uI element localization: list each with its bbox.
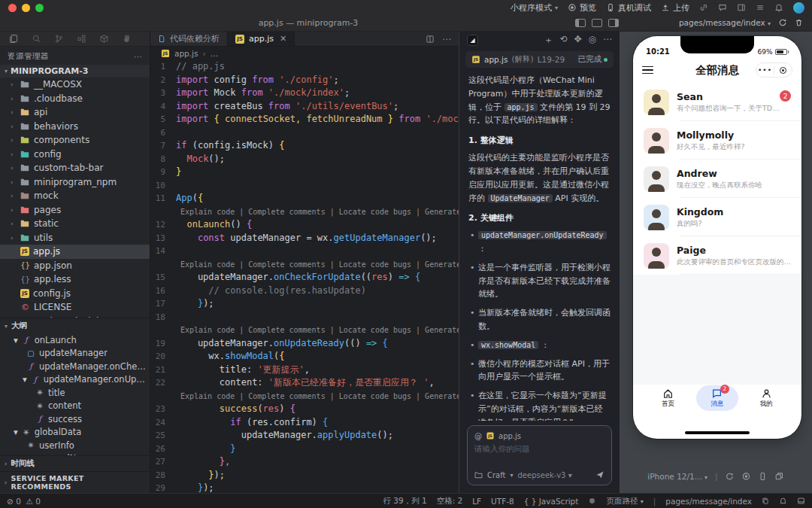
capsule-minimize-icon[interactable] <box>774 67 792 74</box>
codelens-actions[interactable]: Explain code | Complete comments | Locat… <box>150 390 459 403</box>
route-label[interactable]: 页面路径 ▾ <box>606 496 643 506</box>
tree-folder-static[interactable]: ›static <box>0 217 150 231</box>
outline-section-header[interactable]: ▾大纲 <box>0 318 150 333</box>
explorer-icon[interactable] <box>9 34 19 44</box>
capsule-more-icon[interactable]: ••• <box>756 66 774 74</box>
window-controls[interactable] <box>8 4 44 12</box>
tree-folder-miniprogram_npm[interactable]: ›miniprogram_npm <box>0 175 150 190</box>
codelens-actions[interactable]: Explain code | Complete comments | Locat… <box>150 258 459 272</box>
toggle-simulator-icon[interactable] <box>575 19 586 27</box>
outline-item[interactable]: ✳userInfo <box>0 439 150 452</box>
encoding-setting[interactable]: UTF-8 <box>491 497 514 506</box>
code-line-6[interactable]: 6 <box>150 126 459 140</box>
code-line-20[interactable]: 20 wx.showModal({ <box>150 350 459 364</box>
device-frame-icon[interactable] <box>759 472 768 481</box>
code-line-1[interactable]: 1// app.js <box>150 60 459 74</box>
context-chip[interactable]: app.js <box>498 432 521 440</box>
outline-item[interactable]: ▾ƒupdateManager.onUpdateReady() callback <box>0 373 150 387</box>
float-window-icon[interactable] <box>775 472 784 481</box>
ai-context-card[interactable]: JS app.js (解释) L19-29 已完成 <box>465 51 614 68</box>
message-item-andrew[interactable]: Andrew现在没空，晚点再联系你哈 <box>633 160 801 198</box>
code-line-21[interactable]: 21 title: '更新提示', <box>150 364 459 377</box>
code-line-24[interactable]: 24 if (res.confirm) { <box>150 416 459 430</box>
feedback-bell-icon[interactable] <box>779 497 787 505</box>
cursor-position[interactable]: 行 39，列 1 <box>383 496 426 506</box>
extensions-icon[interactable] <box>77 34 86 44</box>
tree-folder-pages[interactable]: ›pages <box>0 203 150 217</box>
code-line-22[interactable]: 22 content: '新版本已经准备好，是否重启应用？ ', <box>150 376 459 390</box>
tree-folder-mock[interactable]: ›mock <box>0 189 150 203</box>
search-icon[interactable] <box>32 34 41 44</box>
tab-app-js[interactable]: JS app.js ✕ <box>228 32 295 46</box>
eslint-gear-icon[interactable] <box>588 497 596 505</box>
tabbar-item-user[interactable]: 我的 <box>745 385 787 411</box>
outline-item[interactable]: ƒsuccess <box>0 412 150 426</box>
timeline-section-header[interactable]: ›时间线 <box>0 455 150 471</box>
history-icon[interactable]: ⟲ <box>559 34 567 47</box>
npm-package-icon[interactable] <box>99 34 109 44</box>
editor-more-icon[interactable]: ⋯ <box>442 34 451 44</box>
refresh-icon[interactable] <box>778 18 787 27</box>
menu-icon[interactable] <box>756 3 765 12</box>
code-line-18[interactable]: 18 <box>150 311 459 324</box>
send-icon[interactable] <box>595 470 604 479</box>
codelens-actions[interactable]: Explain code | Complete comments | Locat… <box>150 324 459 337</box>
code-line-23[interactable]: 23 success(res) { <box>150 403 459 416</box>
tabbar-item-home[interactable]: 首页 <box>647 385 689 411</box>
language-mode[interactable]: { } JavaScript <box>524 497 579 506</box>
code-line-28[interactable]: 28 }); <box>150 469 459 482</box>
code-line-7[interactable]: 7if (config.isMock) { <box>150 139 459 153</box>
code-line-25[interactable]: 25 updateManager.applyUpdate(); <box>150 429 459 443</box>
code-line-29[interactable]: 29 }); <box>150 482 459 493</box>
tree-folder-behaviors[interactable]: ›behaviors <box>0 120 150 134</box>
minimize-window-button[interactable] <box>22 4 30 12</box>
codelens-actions[interactable]: Explain code | Complete comments | Locat… <box>150 205 459 219</box>
tree-folder-__MACOSX[interactable]: ›__MACOSX <box>0 78 150 92</box>
close-tab-icon[interactable]: ✕ <box>280 34 286 44</box>
outline-item[interactable]: ƒupdateManager.onCheckForUpdate() callba… <box>0 360 150 373</box>
rotate-icon[interactable] <box>726 472 735 481</box>
tree-file-app.less[interactable]: {}app.less <box>0 272 150 287</box>
mention-icon[interactable]: @ <box>474 432 482 440</box>
ai-input-box[interactable]: @ JS app.js 请输入你的问题 Craft ▾ deepseek-v3 … <box>467 425 612 485</box>
layout-toggle-icon[interactable] <box>797 497 805 505</box>
code-area[interactable]: 1// app.js2import config from './config'… <box>150 60 459 493</box>
close-window-button[interactable] <box>8 4 17 12</box>
ai-more-icon[interactable]: ⋯ <box>603 34 612 47</box>
tree-folder-components[interactable]: ›components <box>0 133 150 148</box>
outline-item[interactable]: ▾ƒonLaunch <box>0 333 150 347</box>
panel-layout-icon[interactable] <box>737 3 746 12</box>
split-editor-icon[interactable] <box>426 35 435 44</box>
notifications-icon[interactable] <box>774 3 783 12</box>
outline-item[interactable]: ▾✳globalData <box>0 426 150 440</box>
code-line-9[interactable]: 9} <box>150 166 459 179</box>
move-panel-icon[interactable]: ✥ <box>574 34 581 47</box>
code-line-19[interactable]: 19 updateManager.onUpdateReady(() => { <box>150 337 459 351</box>
code-line-4[interactable]: 4import createBus from './utils/eventBus… <box>150 100 459 114</box>
tree-file-app.js[interactable]: JSapp.js <box>0 245 150 259</box>
preview-button[interactable]: 预览 <box>568 2 596 14</box>
code-line-16[interactable]: 16 // console.log(res.hasUpdate) <box>150 284 459 298</box>
tree-folder-.cloudbase[interactable]: ›.cloudbase <box>0 92 150 106</box>
tree-file-config.js[interactable]: JSconfig.js <box>0 287 150 301</box>
code-line-10[interactable]: 10 <box>150 179 459 193</box>
tree-file-app.json[interactable]: {}app.json <box>0 259 150 273</box>
tree-folder-custom-tab-bar[interactable]: ›custom-tab-bar <box>0 161 150 175</box>
problems-indicator[interactable]: ⊘ 0 ⚠ 0 <box>7 497 41 506</box>
new-chat-icon[interactable]: ＋ <box>544 34 553 47</box>
wechat-capsule[interactable]: ••• <box>756 62 792 78</box>
device-debug-button[interactable]: 真机调试 <box>606 2 651 14</box>
tab-code-dependency[interactable]: 代码依赖分析 <box>150 32 228 46</box>
project-root[interactable]: ▾MINIPROGRAM-3 <box>0 65 150 78</box>
feedback-icon[interactable] <box>718 3 727 12</box>
service-market-section-header[interactable]: ›SERVICE MARKET RECOMMENDS <box>0 471 150 493</box>
toggle-editor-icon[interactable] <box>592 19 602 27</box>
upload-button[interactable]: 上传 <box>661 2 689 14</box>
code-line-26[interactable]: 26 } <box>150 443 459 456</box>
prompt-placeholder[interactable]: 请输入你的问题 <box>474 444 604 455</box>
code-line-13[interactable]: 13 const updateManager = wx.getUpdateMan… <box>150 232 459 245</box>
code-line-15[interactable]: 15 updateManager.onCheckForUpdate((res) … <box>150 271 459 284</box>
explorer-more-icon[interactable]: ⋯ <box>134 52 142 61</box>
message-item-kingdom[interactable]: Kingdom真的吗? <box>633 198 801 236</box>
scale-icon[interactable] <box>742 472 751 481</box>
